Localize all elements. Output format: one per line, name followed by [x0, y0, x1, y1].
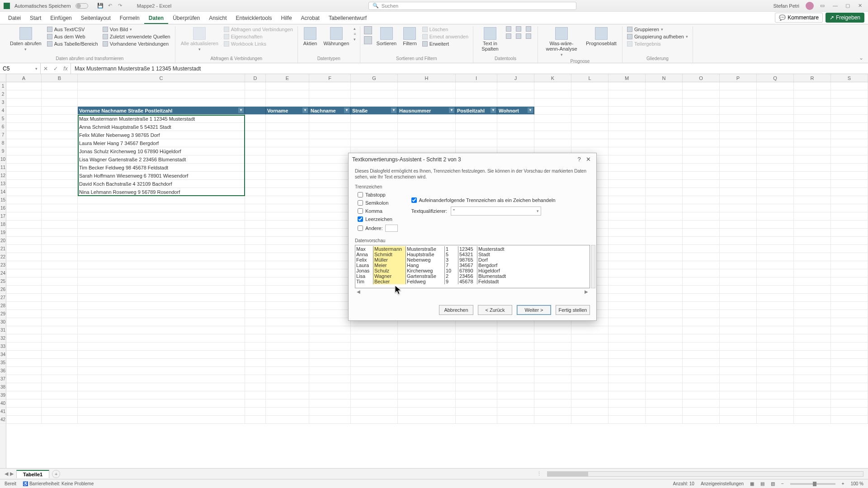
cell[interactable]	[309, 351, 351, 359]
cell[interactable]	[757, 155, 794, 164]
cell[interactable]	[42, 164, 78, 172]
cell[interactable]	[42, 229, 78, 237]
cell[interactable]	[456, 375, 497, 383]
user-avatar[interactable]	[806, 2, 814, 10]
cell[interactable]	[683, 237, 720, 245]
cell[interactable]	[42, 115, 78, 123]
cell[interactable]	[646, 294, 683, 302]
cell[interactable]	[534, 343, 571, 351]
get-data-button[interactable]: Daten abrufen ▾	[8, 26, 43, 52]
cell[interactable]	[42, 123, 78, 131]
cell[interactable]	[683, 131, 720, 139]
cell[interactable]	[309, 416, 351, 424]
cell[interactable]	[497, 90, 534, 99]
row-header[interactable]: 7	[0, 131, 6, 139]
cell[interactable]	[78, 318, 245, 326]
cell[interactable]	[6, 343, 42, 351]
cell[interactable]	[794, 90, 831, 99]
row-header[interactable]: 5	[0, 115, 6, 123]
cell[interactable]	[609, 416, 646, 424]
cell[interactable]	[456, 383, 497, 391]
cell[interactable]	[831, 172, 868, 180]
cell[interactable]	[646, 383, 683, 391]
cell[interactable]	[266, 82, 309, 90]
cell[interactable]	[720, 359, 757, 367]
cell[interactable]	[794, 294, 831, 302]
cell[interactable]: Anna Schmidt Hauptstraße 5 54321 Stadt	[78, 123, 245, 131]
cell[interactable]	[6, 188, 42, 196]
cell[interactable]	[757, 310, 794, 318]
cell[interactable]	[757, 99, 794, 107]
cell[interactable]	[78, 310, 245, 318]
cell[interactable]	[757, 245, 794, 253]
cell[interactable]	[757, 318, 794, 326]
cell[interactable]	[266, 204, 309, 212]
cell[interactable]	[309, 237, 351, 245]
cell[interactable]	[720, 399, 757, 408]
collapse-ribbon-icon[interactable]: ⌄	[859, 55, 863, 61]
recent-sources[interactable]: Zuletzt verwendete Quellen	[102, 33, 171, 40]
preview-scroll-left-icon[interactable]: ◀	[357, 289, 360, 294]
cell[interactable]	[794, 99, 831, 107]
cell[interactable]	[266, 310, 309, 318]
column-header[interactable]: M	[609, 74, 646, 82]
cell[interactable]	[683, 269, 720, 277]
cell[interactable]: Max Mustermann Musterstraße 1 12345 Must…	[78, 115, 245, 123]
cell[interactable]	[609, 131, 646, 139]
cell[interactable]	[646, 90, 683, 99]
cell[interactable]	[6, 164, 42, 172]
cell[interactable]	[309, 180, 351, 188]
cell[interactable]	[351, 115, 398, 123]
row-header[interactable]: 19	[0, 229, 6, 237]
cell[interactable]	[78, 408, 245, 416]
cell[interactable]	[497, 334, 534, 343]
cell[interactable]	[245, 229, 266, 237]
cell[interactable]	[245, 172, 266, 180]
cell[interactable]	[456, 82, 497, 90]
cell[interactable]	[245, 326, 266, 334]
cell[interactable]: Straße▾	[351, 107, 398, 115]
cell[interactable]	[720, 164, 757, 172]
cell[interactable]	[266, 155, 309, 164]
cell[interactable]	[6, 99, 42, 107]
cell[interactable]	[456, 367, 497, 375]
cell[interactable]	[720, 107, 757, 115]
cell[interactable]	[266, 277, 309, 286]
cell[interactable]	[309, 147, 351, 155]
cell[interactable]	[309, 310, 351, 318]
cell[interactable]	[266, 115, 309, 123]
ribbon-tab-ansicht[interactable]: Ansicht	[204, 13, 231, 24]
cell[interactable]	[646, 367, 683, 375]
delim-semicolon-checkbox[interactable]: Semikolon	[358, 200, 398, 206]
sort-desc-icon[interactable]	[364, 36, 372, 44]
cell[interactable]	[266, 237, 309, 245]
autosave-toggle[interactable]	[75, 3, 88, 9]
cell[interactable]	[609, 172, 646, 180]
relationships-icon[interactable]	[516, 33, 521, 39]
cell[interactable]	[266, 180, 309, 188]
cell[interactable]	[398, 90, 456, 99]
display-settings[interactable]: Anzeigeeinstellungen	[701, 481, 744, 486]
cell[interactable]: Tim Becker Feldweg 98 45678 Feldstadt	[78, 164, 245, 172]
cell[interactable]	[309, 277, 351, 286]
cell[interactable]	[42, 286, 78, 294]
cell[interactable]	[831, 245, 868, 253]
cell[interactable]	[245, 221, 266, 229]
cell[interactable]	[497, 99, 534, 107]
cell[interactable]	[683, 326, 720, 334]
page-break-view-icon[interactable]: ▧	[771, 481, 775, 486]
cell[interactable]	[351, 82, 398, 90]
cell[interactable]	[720, 131, 757, 139]
cell[interactable]: Postleitzahl▾	[456, 107, 497, 115]
ribbon-tab-tabellenentwurf[interactable]: Tabellenentwurf	[324, 13, 371, 24]
filter-dropdown-icon[interactable]: ▾	[302, 108, 308, 113]
cell[interactable]	[609, 310, 646, 318]
cell[interactable]	[6, 253, 42, 261]
cell[interactable]	[720, 212, 757, 221]
cell[interactable]	[6, 277, 42, 286]
cell[interactable]	[757, 351, 794, 359]
cell[interactable]	[245, 351, 266, 359]
cell[interactable]	[42, 343, 78, 351]
cell[interactable]	[720, 343, 757, 351]
zoom-in-icon[interactable]: +	[842, 481, 844, 486]
